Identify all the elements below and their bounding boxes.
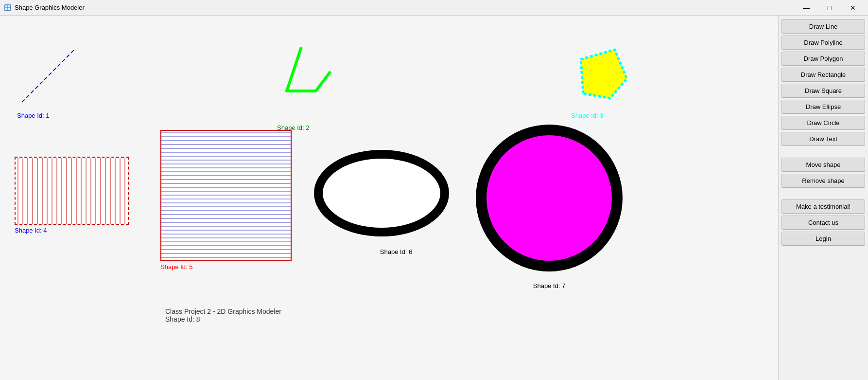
shape-2-svg [277,42,355,120]
sidebar-spacer-2 [781,190,865,198]
svg-rect-7 [16,158,129,225]
draw-polyline-button[interactable]: Draw Polyline [781,36,865,50]
sidebar: Draw Line Draw Polyline Draw Polygon Dra… [778,16,868,380]
app-icon [4,4,12,12]
shape-8-text-line2: Shape Id: 8 [165,315,281,323]
login-button[interactable]: Login [781,232,865,246]
shape-3-svg [571,45,639,108]
svg-line-4 [22,50,74,102]
shape-4-hatch [16,158,129,225]
shape-3[interactable]: Shape Id: 3 [571,45,639,119]
shape-5[interactable]: Shape Id: 5 [160,130,292,271]
draw-text-button[interactable]: Draw Text [781,132,865,146]
remove-shape-button[interactable]: Remove shape [781,174,865,188]
shape-4-label: Shape Id: 4 [15,227,129,234]
sidebar-spacer-1 [781,148,865,156]
shape-3-label: Shape Id: 3 [571,112,639,119]
draw-polygon-button[interactable]: Draw Polygon [781,52,865,66]
shape-7[interactable]: Shape Id: 7 [471,123,627,290]
shape-1-label: Shape Id: 1 [17,112,80,119]
shape-6-svg [311,147,452,244]
draw-ellipse-button[interactable]: Draw Ellipse [781,100,865,114]
shape-6[interactable]: Shape Id: 6 [311,147,452,255]
shape-5-rect [160,130,292,261]
shape-8-text-line1: Class Project 2 - 2D Graphics Modeler [165,308,281,315]
shape-1[interactable]: Shape Id: 1 [17,45,80,119]
make-testimonial-button[interactable]: Make a testimonial! [781,199,865,214]
shape-2[interactable]: Shape Id: 2 [277,42,355,131]
shape-5-label: Shape Id: 5 [160,263,292,271]
shape-4-rect [15,157,129,225]
shape-7-label: Shape Id: 7 [471,282,627,290]
main-area: Shape Id: 1 Shape Id: 2 Shape Id: 3 [0,16,868,380]
draw-square-button[interactable]: Draw Square [781,84,865,98]
shape-6-label: Shape Id: 6 [340,248,452,255]
app-title: Shape Graphics Modeler [15,4,795,11]
svg-marker-5 [581,50,627,98]
minimize-button[interactable]: — [795,0,817,16]
maximize-button[interactable]: □ [818,0,841,16]
move-shape-button[interactable]: Move shape [781,158,865,172]
close-button[interactable]: ✕ [842,0,864,16]
shape-7-svg [471,123,627,278]
shape-1-svg [17,45,80,108]
svg-point-11 [481,130,617,266]
svg-rect-9 [161,131,292,261]
canvas-area[interactable]: Shape Id: 1 Shape Id: 2 Shape Id: 3 [0,16,778,380]
draw-line-button[interactable]: Draw Line [781,19,865,34]
window-controls: — □ ✕ [795,0,864,16]
shape-5-hatch [161,131,292,261]
shape-4[interactable]: Shape Id: 4 [15,157,129,234]
contact-us-button[interactable]: Contact us [781,216,865,230]
title-bar: Shape Graphics Modeler — □ ✕ [0,0,868,16]
svg-point-10 [318,154,445,232]
draw-circle-button[interactable]: Draw Circle [781,116,865,130]
draw-rectangle-button[interactable]: Draw Rectangle [781,68,865,82]
shape-8: Class Project 2 - 2D Graphics Modeler Sh… [165,308,281,323]
